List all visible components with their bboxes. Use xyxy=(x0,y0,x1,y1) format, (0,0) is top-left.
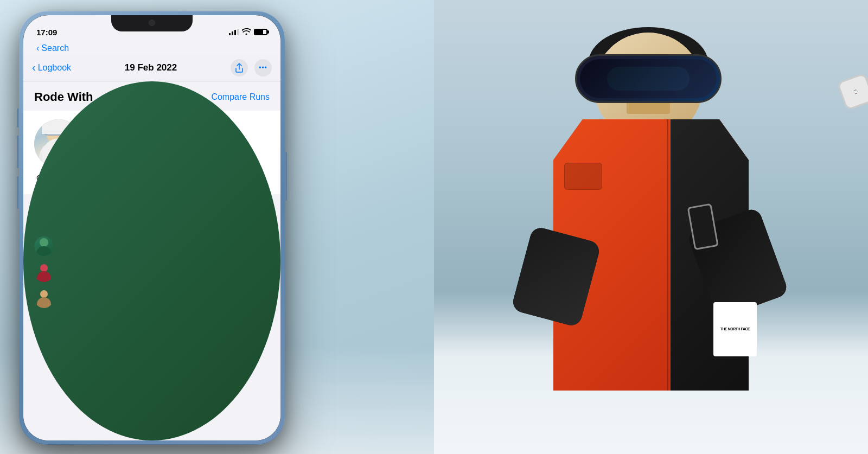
leaderboard xyxy=(34,236,270,308)
nav-bar: ‹ Logbook 19 Feb 2022 ••• xyxy=(23,54,280,81)
nav-actions: ••• xyxy=(231,59,272,76)
status-icons xyxy=(229,28,267,36)
status-time: 17:09 xyxy=(36,28,57,37)
phone-screen: 17:09 xyxy=(23,15,280,440)
volume-down-button xyxy=(17,176,19,209)
phone-inner: 17:09 xyxy=(23,15,280,440)
search-back-label: Search xyxy=(41,43,69,53)
phone: 17:09 xyxy=(19,11,285,445)
volume-mute-button xyxy=(17,108,19,127)
phone-outer-shell: 17:09 xyxy=(19,11,285,445)
more-button[interactable]: ••• xyxy=(254,59,272,76)
tnf-logo: THE NORTH FACE xyxy=(713,302,757,356)
lb-avatar-2 xyxy=(34,263,54,282)
back-chevron-icon: ‹ xyxy=(36,43,39,53)
leaderboard-row-1 xyxy=(34,236,270,256)
nav-title: 19 Feb 2022 xyxy=(125,62,177,73)
nav-back-label: Logbook xyxy=(38,63,71,73)
stack-up-section: How'd You Stack Up? Total Vertical (ft) xyxy=(23,195,280,308)
wifi-icon xyxy=(242,28,251,36)
battery-icon xyxy=(254,29,267,35)
skier-figure: ⌚ THE NORTH FACE xyxy=(510,0,792,454)
skier-goggles xyxy=(575,54,722,103)
compare-runs-link[interactable]: Compare Runs xyxy=(211,92,270,102)
lb-avatar-1 xyxy=(34,236,54,256)
search-back-nav[interactable]: ‹ Search xyxy=(36,43,69,53)
rode-with-title: Rode With xyxy=(34,90,93,104)
power-button xyxy=(285,152,287,201)
volume-up-button xyxy=(17,136,19,168)
nav-back-chevron-icon: ‹ xyxy=(32,61,36,74)
share-button[interactable] xyxy=(231,59,248,76)
notch xyxy=(111,15,193,31)
lb-avatar-3 xyxy=(34,289,54,308)
more-dots-icon: ••• xyxy=(259,64,267,72)
signal-icon xyxy=(229,29,239,35)
camera-dot xyxy=(149,20,155,26)
content-area: Rode With Compare Runs xyxy=(23,81,280,440)
background-right: ⌚ THE NORTH FACE xyxy=(434,0,868,454)
nav-back-button[interactable]: ‹ Logbook xyxy=(32,61,71,74)
